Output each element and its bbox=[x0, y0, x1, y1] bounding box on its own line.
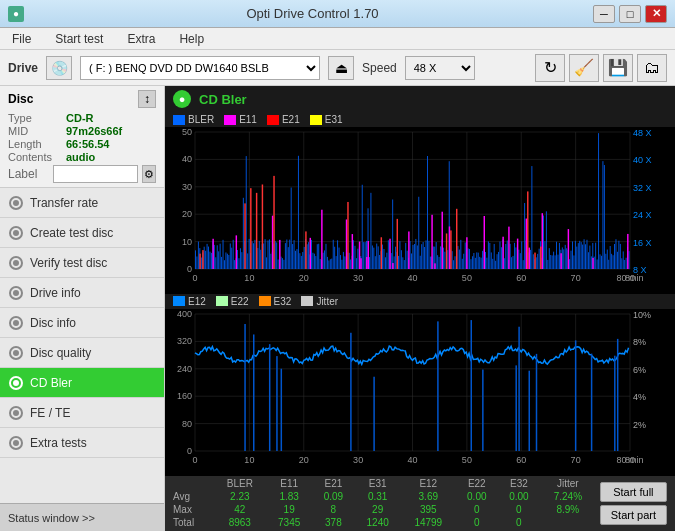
col-header-e11: E11 bbox=[266, 477, 312, 490]
speed-select[interactable]: 48 X bbox=[405, 56, 475, 80]
sidebar-item-fe-te[interactable]: FE / TE bbox=[0, 398, 164, 428]
app-icon: ● bbox=[8, 6, 24, 22]
legend-color bbox=[216, 296, 228, 306]
eject-button[interactable]: ⏏ bbox=[328, 56, 354, 80]
legend-color bbox=[301, 296, 313, 306]
nav-icon-fe-te bbox=[8, 405, 24, 421]
label-icon-button[interactable]: ⚙ bbox=[142, 165, 156, 183]
legend-label: E31 bbox=[325, 114, 343, 125]
nav-icon-create-test-disc bbox=[8, 225, 24, 241]
main-content: Disc ↕ Type CD-R MID 97m26s66f Length 66… bbox=[0, 86, 675, 531]
contents-label: Contents bbox=[8, 151, 60, 163]
nav-circle-inner bbox=[13, 410, 19, 416]
stats-cell-total-6: 0 bbox=[498, 516, 540, 529]
save-button[interactable]: 🗂 bbox=[637, 54, 667, 82]
erase-button[interactable]: 🧹 bbox=[569, 54, 599, 82]
stats-row: Total8963734537812401479900 bbox=[169, 516, 596, 529]
legend-label: BLER bbox=[188, 114, 214, 125]
stats-cell-max-1: 19 bbox=[266, 503, 312, 516]
minimize-button[interactable]: ─ bbox=[593, 5, 615, 23]
stats-cell-avg-5: 0.00 bbox=[456, 490, 498, 503]
stats-row: Max4219829395008.9% bbox=[169, 503, 596, 516]
nav-circle bbox=[9, 376, 23, 390]
chart-header: ● CD Bler bbox=[165, 86, 675, 112]
sidebar-item-extra-tests[interactable]: Extra tests bbox=[0, 428, 164, 458]
stats-table: BLERE11E21E31E12E22E32JitterAvg2.231.830… bbox=[169, 477, 596, 529]
maximize-button[interactable]: □ bbox=[619, 5, 641, 23]
legend-label: Jitter bbox=[316, 296, 338, 307]
sidebar-item-disc-info[interactable]: Disc info bbox=[0, 308, 164, 338]
nav-icon-extra-tests bbox=[8, 435, 24, 451]
stats-cell-total-1: 7345 bbox=[266, 516, 312, 529]
menu-help[interactable]: Help bbox=[171, 30, 212, 48]
stats-cell-total-7 bbox=[540, 516, 596, 529]
length-value: 66:56.54 bbox=[66, 138, 109, 150]
close-button[interactable]: ✕ bbox=[645, 5, 667, 23]
sidebar-navigation: Transfer rate Create test disc Verify te… bbox=[0, 188, 164, 503]
legend-color bbox=[173, 296, 185, 306]
col-header-e22: E22 bbox=[456, 477, 498, 490]
nav-circle bbox=[9, 436, 23, 450]
sidebar-item-create-test-disc[interactable]: Create test disc bbox=[0, 218, 164, 248]
legend-color bbox=[310, 115, 322, 125]
burn-button[interactable]: 💾 bbox=[603, 54, 633, 82]
disc-title: Disc bbox=[8, 92, 33, 106]
start-part-button[interactable]: Start part bbox=[600, 505, 667, 525]
nav-circle bbox=[9, 316, 23, 330]
nav-circle bbox=[9, 226, 23, 240]
start-full-button[interactable]: Start full bbox=[600, 482, 667, 502]
speed-label: Speed bbox=[362, 61, 397, 75]
stats-cell-avg-6: 0.00 bbox=[498, 490, 540, 503]
nav-icon-disc-info bbox=[8, 315, 24, 331]
nav-label-cd-bler: CD Bler bbox=[30, 376, 72, 390]
stats-cell-total-2: 378 bbox=[312, 516, 354, 529]
stats-cell-max-5: 0 bbox=[456, 503, 498, 516]
legend-label: E21 bbox=[282, 114, 300, 125]
menu-extra[interactable]: Extra bbox=[119, 30, 163, 48]
menu-file[interactable]: File bbox=[4, 30, 39, 48]
legend-item-jitter: Jitter bbox=[301, 296, 338, 307]
nav-label-disc-quality: Disc quality bbox=[30, 346, 91, 360]
stats-cell-avg-2: 0.09 bbox=[312, 490, 354, 503]
stats-cell-avg-7: 7.24% bbox=[540, 490, 596, 503]
drive-select[interactable]: ( F: ) BENQ DVD DD DW1640 BSLB bbox=[80, 56, 320, 80]
legend-item-e32: E32 bbox=[259, 296, 292, 307]
nav-icon-cd-bler bbox=[8, 375, 24, 391]
nav-circle-inner bbox=[13, 200, 19, 206]
stats-cell-max-0: 42 bbox=[214, 503, 266, 516]
chart-title: CD Bler bbox=[199, 92, 247, 107]
drive-bar: Drive 💿 ( F: ) BENQ DVD DD DW1640 BSLB ⏏… bbox=[0, 50, 675, 86]
status-window-button[interactable]: Status window >> bbox=[0, 503, 164, 531]
nav-label-transfer-rate: Transfer rate bbox=[30, 196, 98, 210]
nav-circle bbox=[9, 286, 23, 300]
right-panel: ● CD Bler BLER E11 E21 E31 E12 E22 E32 J… bbox=[165, 86, 675, 531]
stats-row-label-avg: Avg bbox=[169, 490, 214, 503]
nav-label-extra-tests: Extra tests bbox=[30, 436, 87, 450]
nav-label-drive-info: Drive info bbox=[30, 286, 81, 300]
col-header-e12: E12 bbox=[401, 477, 456, 490]
sidebar-item-cd-bler[interactable]: CD Bler bbox=[0, 368, 164, 398]
nav-label-disc-info: Disc info bbox=[30, 316, 76, 330]
disc-arrow-button[interactable]: ↕ bbox=[138, 90, 156, 108]
nav-icon-transfer-rate bbox=[8, 195, 24, 211]
col-header-e31: E31 bbox=[354, 477, 400, 490]
sidebar-item-disc-quality[interactable]: Disc quality bbox=[0, 338, 164, 368]
type-label: Type bbox=[8, 112, 60, 124]
legend-item-e12: E12 bbox=[173, 296, 206, 307]
chart-icon: ● bbox=[173, 90, 191, 108]
sidebar-item-verify-test-disc[interactable]: Verify test disc bbox=[0, 248, 164, 278]
stats-cell-total-5: 0 bbox=[456, 516, 498, 529]
mid-label: MID bbox=[8, 125, 60, 137]
sidebar: Disc ↕ Type CD-R MID 97m26s66f Length 66… bbox=[0, 86, 165, 531]
nav-circle bbox=[9, 256, 23, 270]
stats-cell-avg-0: 2.23 bbox=[214, 490, 266, 503]
label-input[interactable] bbox=[53, 165, 138, 183]
col-header-e21: E21 bbox=[312, 477, 354, 490]
bottom-legend: E12 E22 E32 Jitter bbox=[165, 294, 675, 309]
sidebar-item-drive-info[interactable]: Drive info bbox=[0, 278, 164, 308]
nav-circle bbox=[9, 406, 23, 420]
refresh-button[interactable]: ↻ bbox=[535, 54, 565, 82]
menu-start-test[interactable]: Start test bbox=[47, 30, 111, 48]
sidebar-item-transfer-rate[interactable]: Transfer rate bbox=[0, 188, 164, 218]
nav-circle-inner bbox=[13, 260, 19, 266]
